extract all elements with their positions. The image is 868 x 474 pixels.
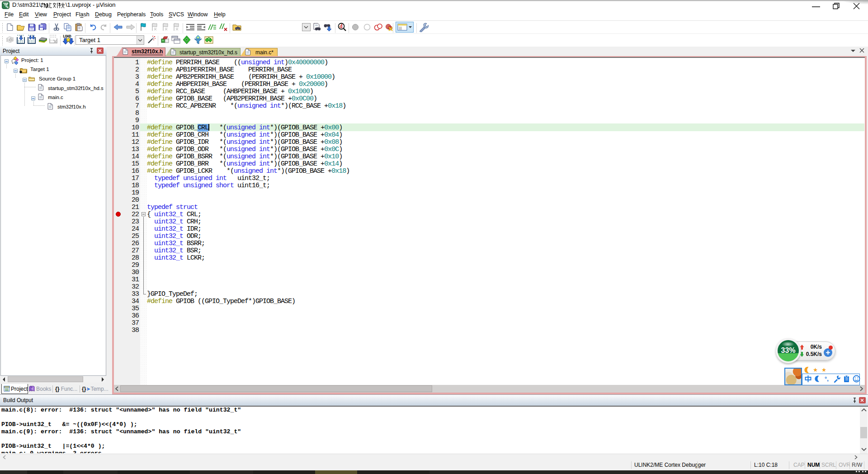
svg-text:s: s <box>7 5 9 9</box>
svg-text:?: ? <box>31 387 33 391</box>
